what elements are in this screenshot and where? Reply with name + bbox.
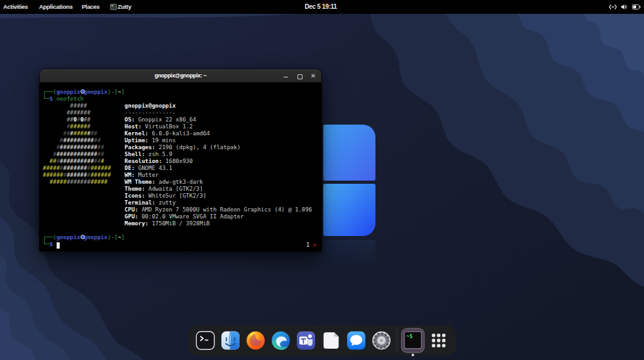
settings-gear-icon (371, 330, 392, 351)
terminal-right-prompt: 1 ⚙ (306, 242, 316, 249)
dock-item-edge[interactable] (270, 330, 292, 351)
svg-text:~$: ~$ (406, 333, 413, 339)
terminal-line: Memory: 1750MiB / 3928MiB (43, 220, 321, 227)
gear-icon: ⚙ (309, 242, 316, 248)
terminal-line: Icons: WhiteSur [GTK2/3] (43, 193, 321, 200)
volume-icon (621, 4, 628, 10)
maximize-button[interactable] (296, 73, 303, 79)
firefox-icon (245, 330, 267, 351)
dock-item-firefox[interactable] (245, 330, 267, 351)
clock[interactable]: Dec 5 19:11 (304, 0, 336, 14)
network-icon (609, 4, 617, 10)
close-button[interactable]: ✕ (310, 73, 316, 79)
windows-logo-bottom-square (323, 184, 375, 236)
activities-button[interactable]: Activities (3, 0, 28, 14)
windows-logo-reflection (323, 240, 375, 273)
messages-icon (346, 330, 367, 351)
terminal-line: ┌──(gnoppixgnoppix)-[~] (43, 234, 321, 241)
dock-item-messages[interactable] (346, 330, 367, 351)
terminal-line: Terminal: zutty (43, 200, 321, 206)
focused-app-menu[interactable]: Zutty (118, 0, 131, 14)
terminal-line: ############### Shell: zsh 5.9 (43, 151, 321, 158)
terminal-line: GPU: 00:02.0 VMware SVGA II Adapter (43, 213, 321, 220)
terminal-line: ################# WM Theme: adw-gtk3-dar… (43, 179, 321, 186)
terminal-line: ############ Uptime: 19 mins (43, 137, 321, 144)
terminal-text: ┌──(gnoppixgnoppix)-[~]└─$ neofetch ####… (43, 89, 321, 248)
terminal-line: ####### Host: VirtualBox 1.2 (43, 123, 321, 130)
places-menu[interactable]: Places (82, 0, 99, 14)
dock-separator (397, 330, 397, 351)
dock-item-settings[interactable] (371, 330, 392, 351)
terminal-line: ########## Kernel: 6.0.0-kali3-amd64 (43, 130, 321, 137)
applications-menu[interactable]: Applications (39, 0, 72, 14)
status-area[interactable] (609, 0, 641, 14)
windows-logo-top-square (323, 125, 375, 181)
desktop: gnoppix@gnoppix: ~ ✕ ┌──(gnoppixgnoppix)… (0, 0, 644, 360)
dock-item-document[interactable] (321, 330, 342, 351)
dock-item-teams[interactable] (296, 330, 317, 351)
zutty-terminal-icon: ~$ (401, 328, 425, 353)
top-bar: Activities Applications Places Zutty Dec… (0, 0, 644, 14)
document-icon (321, 330, 342, 351)
terminal-line: ┌──(gnoppixgnoppix)-[~] (43, 89, 321, 96)
dock: ~$ (188, 325, 457, 356)
window-title: gnoppix@gnoppix: ~ (40, 69, 321, 82)
dock-item-console[interactable] (195, 330, 216, 351)
terminal-line: ################ Resolution: 1680x930 (43, 158, 321, 165)
console-icon (195, 330, 216, 351)
dock-item-files[interactable] (220, 330, 242, 351)
app-grid-icon (428, 330, 450, 351)
terminal-window: gnoppix@gnoppix: ~ ✕ ┌──(gnoppixgnoppix)… (40, 69, 321, 251)
terminal-line: ####### --------------- (43, 110, 321, 116)
focused-app-icon (110, 4, 117, 10)
terminal-line: ##0#0## OS: Gnoppix 22 x86_64 (43, 116, 321, 123)
titlebar[interactable]: gnoppix@gnoppix: ~ ✕ (40, 69, 321, 82)
files-finder-icon (220, 330, 242, 351)
edge-icon (270, 330, 292, 351)
dock-item-zutty[interactable]: ~$ (401, 328, 425, 353)
terminal-line: └─$ (43, 241, 321, 248)
teams-icon (296, 330, 317, 351)
terminal-line: ############## Packages: 2190 (dpkg), 4 … (43, 144, 321, 151)
battery-icon (632, 4, 641, 10)
terminal-line (43, 227, 321, 234)
terminal-line: └─$ neofetch (43, 96, 321, 103)
dock-item-app-grid[interactable] (428, 330, 450, 351)
terminal-content[interactable]: ┌──(gnoppixgnoppix)-[~]└─$ neofetch ####… (40, 82, 321, 251)
terminal-line: Theme: Adwaita [GTK2/3] (43, 186, 321, 193)
terminal-line: ##### gnoppix@gnoppix (43, 103, 321, 110)
minimize-button[interactable] (282, 73, 289, 79)
terminal-line: #################### DE: GNOME 43.1 (43, 165, 321, 172)
terminal-line: #################### WM: Mutter (43, 172, 321, 179)
terminal-line: CPU: AMD Ryzen 7 5800U with Radeon Graph… (43, 206, 321, 213)
running-indicator-dot (412, 354, 414, 356)
